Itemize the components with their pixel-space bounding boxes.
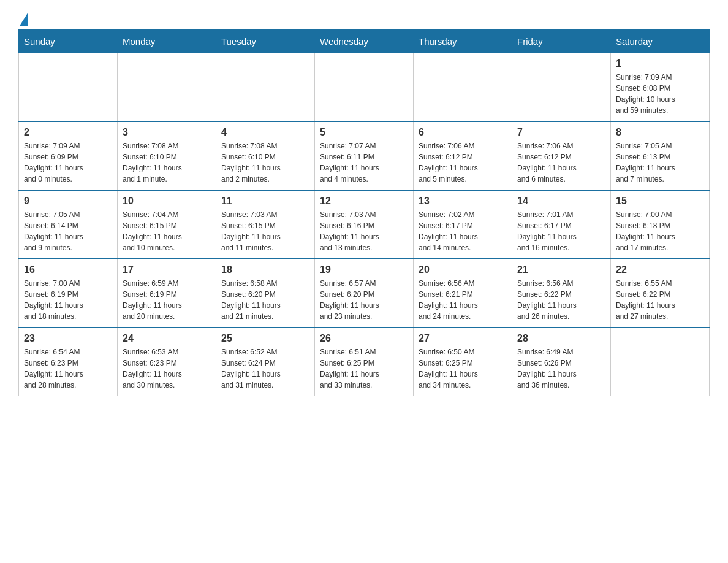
day-number: 2 (24, 127, 112, 138)
day-number: 22 (616, 264, 704, 275)
calendar-cell: 2Sunrise: 7:09 AM Sunset: 6:09 PM Daylig… (19, 121, 118, 190)
day-info: Sunrise: 7:09 AM Sunset: 6:08 PM Dayligh… (616, 72, 704, 116)
calendar-cell: 21Sunrise: 6:56 AM Sunset: 6:22 PM Dayli… (512, 259, 611, 327)
day-info: Sunrise: 6:50 AM Sunset: 6:25 PM Dayligh… (419, 347, 507, 391)
day-number: 16 (24, 264, 112, 275)
calendar-cell: 3Sunrise: 7:08 AM Sunset: 6:10 PM Daylig… (118, 121, 216, 190)
day-info: Sunrise: 6:56 AM Sunset: 6:22 PM Dayligh… (517, 278, 605, 322)
day-number: 28 (517, 333, 605, 344)
calendar-cell: 15Sunrise: 7:00 AM Sunset: 6:18 PM Dayli… (611, 190, 710, 259)
day-info: Sunrise: 6:54 AM Sunset: 6:23 PM Dayligh… (24, 347, 112, 391)
day-info: Sunrise: 7:02 AM Sunset: 6:17 PM Dayligh… (419, 209, 507, 253)
day-number: 9 (24, 196, 112, 207)
calendar-week-row: 2Sunrise: 7:09 AM Sunset: 6:09 PM Daylig… (19, 121, 710, 190)
weekday-header-thursday: Thursday (414, 30, 512, 53)
day-number: 14 (517, 196, 605, 207)
day-number: 17 (123, 264, 211, 275)
calendar-cell (118, 53, 216, 122)
calendar-cell: 16Sunrise: 7:00 AM Sunset: 6:19 PM Dayli… (19, 259, 118, 327)
calendar-cell: 26Sunrise: 6:51 AM Sunset: 6:25 PM Dayli… (315, 327, 414, 396)
calendar-cell (512, 53, 611, 122)
page-header (18, 12, 710, 23)
weekday-header-friday: Friday (512, 30, 611, 53)
day-number: 25 (221, 333, 309, 344)
calendar-cell: 11Sunrise: 7:03 AM Sunset: 6:15 PM Dayli… (216, 190, 315, 259)
day-number: 27 (419, 333, 507, 344)
calendar-cell: 6Sunrise: 7:06 AM Sunset: 6:12 PM Daylig… (414, 121, 512, 190)
day-number: 7 (517, 127, 605, 138)
day-number: 24 (123, 333, 211, 344)
calendar-cell: 27Sunrise: 6:50 AM Sunset: 6:25 PM Dayli… (414, 327, 512, 396)
logo (18, 12, 28, 23)
day-info: Sunrise: 6:51 AM Sunset: 6:25 PM Dayligh… (320, 347, 408, 391)
weekday-header-wednesday: Wednesday (315, 30, 414, 53)
day-number: 19 (320, 264, 408, 275)
day-number: 4 (221, 127, 309, 138)
day-info: Sunrise: 7:03 AM Sunset: 6:15 PM Dayligh… (221, 209, 309, 253)
calendar-cell (216, 53, 315, 122)
day-number: 26 (320, 333, 408, 344)
calendar-cell: 4Sunrise: 7:08 AM Sunset: 6:10 PM Daylig… (216, 121, 315, 190)
calendar-week-row: 9Sunrise: 7:05 AM Sunset: 6:14 PM Daylig… (19, 190, 710, 259)
calendar-cell: 17Sunrise: 6:59 AM Sunset: 6:19 PM Dayli… (118, 259, 216, 327)
day-number: 8 (616, 127, 704, 138)
calendar-cell: 10Sunrise: 7:04 AM Sunset: 6:15 PM Dayli… (118, 190, 216, 259)
day-number: 11 (221, 196, 309, 207)
calendar-week-row: 23Sunrise: 6:54 AM Sunset: 6:23 PM Dayli… (19, 327, 710, 396)
day-info: Sunrise: 7:07 AM Sunset: 6:11 PM Dayligh… (320, 140, 408, 185)
day-number: 20 (419, 264, 507, 275)
day-info: Sunrise: 7:04 AM Sunset: 6:15 PM Dayligh… (123, 209, 211, 253)
calendar-cell: 20Sunrise: 6:56 AM Sunset: 6:21 PM Dayli… (414, 259, 512, 327)
calendar-cell (611, 327, 710, 396)
day-number: 15 (616, 196, 704, 207)
calendar-week-row: 16Sunrise: 7:00 AM Sunset: 6:19 PM Dayli… (19, 259, 710, 327)
day-number: 1 (616, 58, 704, 69)
calendar-cell: 25Sunrise: 6:52 AM Sunset: 6:24 PM Dayli… (216, 327, 315, 396)
weekday-header-saturday: Saturday (611, 30, 710, 53)
calendar-table: SundayMondayTuesdayWednesdayThursdayFrid… (18, 29, 710, 396)
calendar-cell: 7Sunrise: 7:06 AM Sunset: 6:12 PM Daylig… (512, 121, 611, 190)
weekday-header-monday: Monday (118, 30, 216, 53)
day-number: 3 (123, 127, 211, 138)
calendar-week-row: 1Sunrise: 7:09 AM Sunset: 6:08 PM Daylig… (19, 53, 710, 122)
calendar-cell: 14Sunrise: 7:01 AM Sunset: 6:17 PM Dayli… (512, 190, 611, 259)
calendar-cell (315, 53, 414, 122)
logo-triangle-icon (20, 12, 28, 26)
day-info: Sunrise: 6:59 AM Sunset: 6:19 PM Dayligh… (123, 278, 211, 322)
calendar-cell: 19Sunrise: 6:57 AM Sunset: 6:20 PM Dayli… (315, 259, 414, 327)
day-info: Sunrise: 7:09 AM Sunset: 6:09 PM Dayligh… (24, 140, 112, 185)
day-number: 13 (419, 196, 507, 207)
day-number: 18 (221, 264, 309, 275)
calendar-cell: 22Sunrise: 6:55 AM Sunset: 6:22 PM Dayli… (611, 259, 710, 327)
day-info: Sunrise: 7:08 AM Sunset: 6:10 PM Dayligh… (123, 140, 211, 185)
calendar-cell: 8Sunrise: 7:05 AM Sunset: 6:13 PM Daylig… (611, 121, 710, 190)
weekday-header-tuesday: Tuesday (216, 30, 315, 53)
calendar-cell: 13Sunrise: 7:02 AM Sunset: 6:17 PM Dayli… (414, 190, 512, 259)
day-info: Sunrise: 6:49 AM Sunset: 6:26 PM Dayligh… (517, 347, 605, 391)
day-number: 23 (24, 333, 112, 344)
calendar-cell (19, 53, 118, 122)
calendar-cell: 24Sunrise: 6:53 AM Sunset: 6:23 PM Dayli… (118, 327, 216, 396)
calendar-cell: 23Sunrise: 6:54 AM Sunset: 6:23 PM Dayli… (19, 327, 118, 396)
day-number: 6 (419, 127, 507, 138)
day-info: Sunrise: 7:00 AM Sunset: 6:18 PM Dayligh… (616, 209, 704, 253)
day-number: 12 (320, 196, 408, 207)
weekday-header-sunday: Sunday (19, 30, 118, 53)
calendar-cell: 18Sunrise: 6:58 AM Sunset: 6:20 PM Dayli… (216, 259, 315, 327)
calendar-cell: 12Sunrise: 7:03 AM Sunset: 6:16 PM Dayli… (315, 190, 414, 259)
day-number: 10 (123, 196, 211, 207)
day-info: Sunrise: 7:05 AM Sunset: 6:14 PM Dayligh… (24, 209, 112, 253)
day-number: 5 (320, 127, 408, 138)
calendar-cell (414, 53, 512, 122)
day-info: Sunrise: 7:06 AM Sunset: 6:12 PM Dayligh… (419, 140, 507, 185)
day-info: Sunrise: 7:00 AM Sunset: 6:19 PM Dayligh… (24, 278, 112, 322)
day-info: Sunrise: 6:55 AM Sunset: 6:22 PM Dayligh… (616, 278, 704, 322)
calendar-cell: 9Sunrise: 7:05 AM Sunset: 6:14 PM Daylig… (19, 190, 118, 259)
day-info: Sunrise: 7:06 AM Sunset: 6:12 PM Dayligh… (517, 140, 605, 185)
day-info: Sunrise: 6:57 AM Sunset: 6:20 PM Dayligh… (320, 278, 408, 322)
day-info: Sunrise: 7:03 AM Sunset: 6:16 PM Dayligh… (320, 209, 408, 253)
day-info: Sunrise: 6:52 AM Sunset: 6:24 PM Dayligh… (221, 347, 309, 391)
calendar-cell: 1Sunrise: 7:09 AM Sunset: 6:08 PM Daylig… (611, 53, 710, 122)
day-info: Sunrise: 6:58 AM Sunset: 6:20 PM Dayligh… (221, 278, 309, 322)
day-info: Sunrise: 6:56 AM Sunset: 6:21 PM Dayligh… (419, 278, 507, 322)
